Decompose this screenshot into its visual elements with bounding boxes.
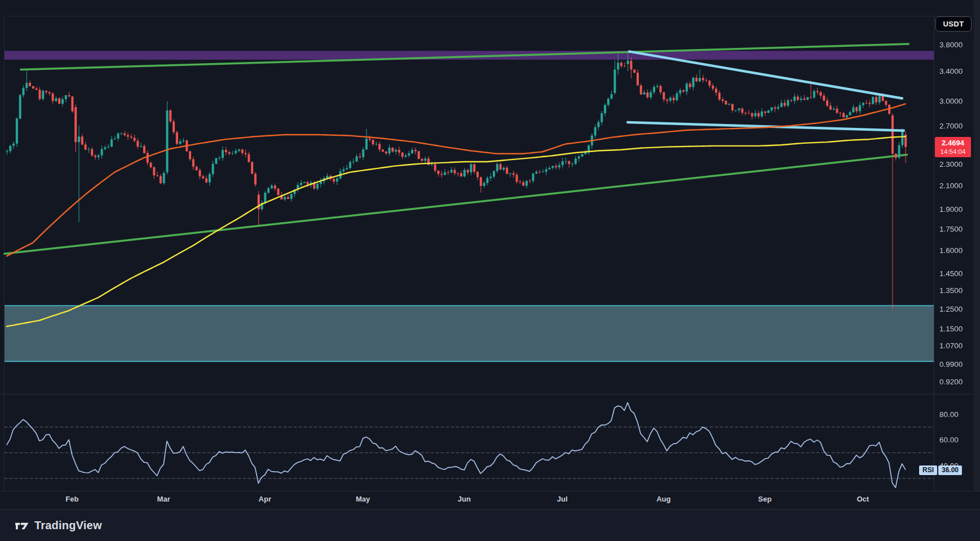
price-tick-label: 1.9000 xyxy=(939,205,963,214)
price-tick-label: 3.0000 xyxy=(939,96,963,105)
month-label: Apr xyxy=(259,495,271,503)
footer-bar: TradingView xyxy=(0,509,980,541)
rsi-label: RSI xyxy=(919,465,937,475)
chart-window: Shayannv created with TradingView.com, O… xyxy=(0,0,980,541)
symbol-badge[interactable]: USDT xyxy=(935,16,972,32)
month-label: Aug xyxy=(656,495,670,503)
price-tick-label: 2.1000 xyxy=(939,181,963,190)
tradingview-brand[interactable]: TradingView xyxy=(15,518,102,533)
bar-countdown: 14:54:04 xyxy=(935,148,971,156)
month-label: Feb xyxy=(65,495,78,503)
price-tick-label: 2.7000 xyxy=(939,122,963,130)
pane-divider[interactable] xyxy=(0,394,974,394)
month-label: Mar xyxy=(157,495,170,503)
month-label: Jul xyxy=(557,495,568,503)
price-tick-label: 1.3500 xyxy=(939,286,963,295)
time-axis[interactable] xyxy=(0,491,980,509)
window-right-gutter xyxy=(974,0,980,541)
chart-canvas[interactable] xyxy=(0,0,980,541)
price-tick-label: 2.3000 xyxy=(939,159,963,168)
price-axis-border xyxy=(934,16,934,509)
tradingview-logo-text: TradingView xyxy=(34,519,102,532)
month-label: Jun xyxy=(458,495,471,503)
rsi-value: 36.00 xyxy=(938,465,962,475)
last-price-label: 2.4694 14:54:04 xyxy=(935,137,971,158)
price-tick-label: 0.9900 xyxy=(939,360,963,369)
last-price-value: 2.4694 xyxy=(935,139,971,148)
top-border xyxy=(5,16,974,16)
month-label: Oct xyxy=(857,495,869,503)
tradingview-logo-icon xyxy=(15,518,29,533)
left-border xyxy=(4,16,5,509)
month-label: Sep xyxy=(758,495,772,503)
price-tick-label: 1.4500 xyxy=(939,269,963,278)
price-tick-label: 1.1500 xyxy=(939,324,963,332)
price-tick-label: 3.4000 xyxy=(939,66,963,75)
price-tick-label: 3.8000 xyxy=(939,41,963,49)
month-label: May xyxy=(356,495,370,503)
rsi-tick-label: 80.00 xyxy=(939,410,959,418)
rsi-value-badge: RSI 36.00 xyxy=(919,465,962,475)
price-tick-label: 1.2500 xyxy=(939,304,963,313)
price-tick-label: 1.0700 xyxy=(939,342,963,350)
rsi-tick-label: 60.00 xyxy=(939,436,959,444)
price-tick-label: 1.6000 xyxy=(939,246,963,254)
price-tick-label: 1.7500 xyxy=(939,224,963,233)
price-tick-label: 0.9200 xyxy=(939,377,963,385)
